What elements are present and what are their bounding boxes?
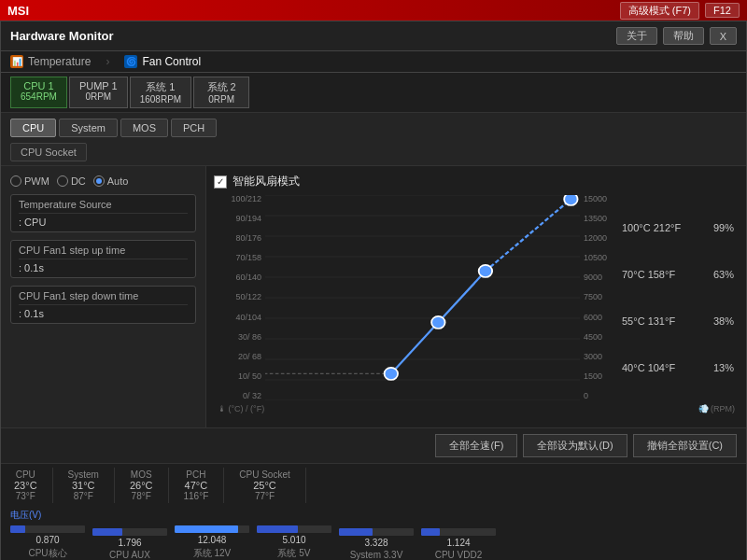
y-rpm-2: 12000 <box>584 234 617 243</box>
legend-item-4: 40°C 104°F 13% <box>622 362 734 373</box>
radio-auto-label: Auto <box>107 175 129 187</box>
fan-tab-cpu1-label: CPU 1 <box>21 80 57 91</box>
status-socket-c: 25°C <box>253 480 276 491</box>
fan-tab-sys2-label: 系统 2 <box>204 80 239 94</box>
legend-area: 100°C 212°F 99% 70°C 158°F 63% 55°C 131°… <box>617 195 739 400</box>
fan-tab-pump1[interactable]: PUMP 1 0RPM <box>69 77 128 108</box>
status-pch: PCH 47°C 116°F <box>169 468 225 503</box>
voltage-sys5v-value: 5.010 <box>282 535 305 545</box>
voltage-cpu-vdd2-name: CPU VDD2 <box>435 550 483 560</box>
fan-tab-sys1-value: 1608RPM <box>140 94 181 105</box>
voltage-sys33v-track <box>339 528 414 536</box>
control-point-4[interactable] <box>564 195 577 205</box>
legend-pct-3: 38% <box>706 315 734 327</box>
fan-tabs-bar: CPU 1 654RPM PUMP 1 0RPM 系统 1 1608RPM 系统… <box>1 73 746 113</box>
control-point-2[interactable] <box>431 316 444 329</box>
chart-svg[interactable] <box>265 195 580 400</box>
y-rpm-6: 6000 <box>584 314 617 322</box>
f12-btn[interactable]: F12 <box>705 3 740 18</box>
advanced-mode-btn[interactable]: 高级模式 (F7) <box>620 2 699 20</box>
source-tab-system[interactable]: System <box>59 119 118 137</box>
voltage-sys12v-name: 系统 12V <box>193 547 232 560</box>
y-label-10: 0/ 32 <box>243 392 261 400</box>
y-rpm-5: 7500 <box>584 293 617 301</box>
fan-tab-cpu1-value: 654RPM <box>21 91 57 102</box>
set-default-btn[interactable]: 全部设为默认(D) <box>523 434 627 457</box>
step-down-value: : 0.1s <box>19 308 188 319</box>
y-rpm-4: 9000 <box>584 273 617 282</box>
y-label-2: 80/176 <box>235 234 261 243</box>
status-mos-f: 78°F <box>132 491 151 501</box>
voltage-sys33v-name: System 3.3V <box>350 550 403 560</box>
tab-temperature[interactable]: 📊 Temperature <box>10 55 91 68</box>
chart-area: ✓ 智能风扇模式 100/212 90/194 80/176 70/158 60… <box>206 166 746 427</box>
status-socket: CPU Socket 25°C 77°F <box>224 468 305 503</box>
tab-fan-control-label: Fan Control <box>142 55 201 68</box>
about-btn[interactable]: 关于 <box>616 27 657 45</box>
left-panel: PWM DC Auto Temperature Source : CPU CPU… <box>1 166 206 427</box>
help-btn[interactable]: 帮助 <box>663 27 704 45</box>
chart-checkbox[interactable]: ✓ <box>214 175 227 189</box>
window-title: Hardware Monitor <box>10 29 114 43</box>
window-controls: 关于 帮助 X <box>616 27 737 45</box>
voltage-cpu-vdd2-track <box>421 528 496 536</box>
step-up-value: : 0.1s <box>19 262 188 273</box>
svg-line-12 <box>438 271 486 322</box>
voltage-cpu-aux-name: CPU AUX <box>109 550 150 560</box>
voltage-cpu-core-track <box>10 525 85 533</box>
step-up-box: CPU Fan1 step up time : 0.1s <box>10 240 196 278</box>
y-label-3: 70/158 <box>235 254 261 262</box>
step-up-label: CPU Fan1 step up time <box>19 245 188 259</box>
status-pch-name: PCH <box>186 469 205 480</box>
cancel-all-btn[interactable]: 撤销全部设置(C) <box>633 434 737 457</box>
radio-auto[interactable]: Auto <box>93 175 129 187</box>
status-cpu-c: 23°C <box>14 480 37 491</box>
temp-axis-label: 🌡 (°C) / (°F) <box>218 404 264 413</box>
control-point-3[interactable] <box>479 265 492 277</box>
legend-temps-1: 100°C 212°F <box>622 222 681 233</box>
voltage-section: 电压(V) 0.870 CPU核心 1.796 CPU AUX 1 <box>1 507 746 560</box>
y-rpm-9: 1500 <box>584 372 617 381</box>
control-point-1[interactable] <box>385 368 398 380</box>
y-label-1: 90/194 <box>235 215 261 223</box>
radio-pwm-circle <box>10 175 21 187</box>
radio-dc-label: DC <box>71 175 86 187</box>
voltage-sys12v-fill <box>175 525 238 533</box>
fan-tab-sys1[interactable]: 系统 1 1608RPM <box>130 77 191 108</box>
step-down-box: CPU Fan1 step down time : 0.1s <box>10 286 196 324</box>
source-tab-socket[interactable]: CPU Socket <box>10 143 87 161</box>
status-mos-c: 26°C <box>130 480 153 491</box>
top-bar-right: 高级模式 (F7) F12 <box>620 2 740 20</box>
y-rpm-1: 13500 <box>584 215 617 223</box>
status-system-f: 87°F <box>74 491 93 501</box>
msi-logo: MSI <box>7 4 29 18</box>
fan-tab-cpu1[interactable]: CPU 1 654RPM <box>10 77 67 108</box>
legend-pct-4: 13% <box>706 362 734 373</box>
legend-temps-3: 55°C 131°F <box>622 315 675 327</box>
voltage-cpu-vdd2-value: 1.124 <box>446 538 470 548</box>
y-label-5: 50/122 <box>235 293 261 301</box>
full-speed-btn[interactable]: 全部全速(F) <box>435 434 517 457</box>
status-socket-f: 77°F <box>255 491 275 501</box>
chart-y-labels-left: 100/212 90/194 80/176 70/158 60/140 50/1… <box>214 195 265 400</box>
legend-pct-1: 99% <box>706 222 734 233</box>
chart-icons-row: 🌡 (°C) / (°F) 💨 (RPM) <box>214 402 739 415</box>
y-label-7: 30/ 86 <box>238 333 261 342</box>
voltage-cpu-aux-fill <box>92 528 122 536</box>
chart-y-labels-right: 15000 13500 12000 10500 9000 7500 6000 4… <box>580 195 617 400</box>
legend-item-1: 100°C 212°F 99% <box>622 222 734 233</box>
source-tab-pch[interactable]: PCH <box>171 119 217 137</box>
source-tab-mos[interactable]: MOS <box>120 119 168 137</box>
close-btn[interactable]: X <box>710 27 737 45</box>
y-label-0: 100/212 <box>231 195 261 203</box>
radio-dc[interactable]: DC <box>57 175 86 187</box>
radio-pwm[interactable]: PWM <box>10 175 49 187</box>
fan-tab-sys2[interactable]: 系统 2 0RPM <box>193 77 249 108</box>
main-tab-bar: 📊 Temperature › 🌀 Fan Control <box>1 51 746 73</box>
tab-fan-control[interactable]: 🌀 Fan Control <box>124 55 201 68</box>
step-down-label: CPU Fan1 step down time <box>19 290 188 305</box>
source-tab-cpu[interactable]: CPU <box>10 119 56 137</box>
top-bar: MSI 高级模式 (F7) F12 <box>0 0 747 21</box>
source-tabs-area: CPU System MOS PCH CPU Socket <box>1 113 746 166</box>
voltage-sys5v-track <box>257 525 331 533</box>
